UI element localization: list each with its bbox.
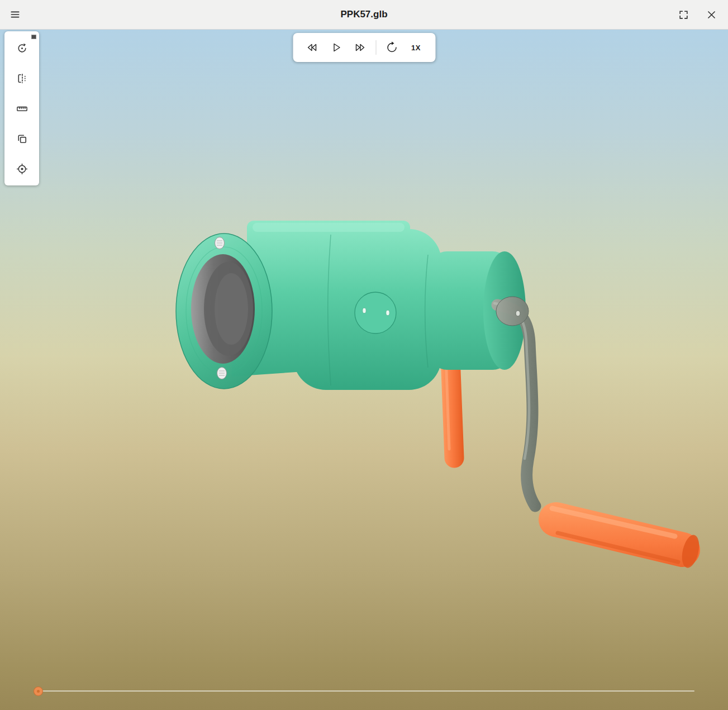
menu-button[interactable]	[5, 4, 25, 25]
flange-bolt-hole	[217, 368, 227, 379]
fullscreen-icon	[678, 9, 689, 20]
3d-model	[176, 221, 702, 569]
close-icon	[706, 9, 717, 20]
layers-tool-button[interactable]	[11, 128, 32, 149]
panel-resize-handle[interactable]	[31, 35, 36, 39]
titlebar: PPK57.glb	[0, 0, 728, 30]
model-body	[230, 221, 526, 390]
orbit-tool-button[interactable]	[11, 37, 32, 59]
fast-forward-icon	[354, 41, 367, 54]
orbit-icon	[16, 42, 28, 55]
playback-speed[interactable]: 1X	[406, 44, 427, 52]
flange-bolt-hole	[215, 237, 225, 249]
target-icon	[16, 163, 28, 175]
rewind-icon	[306, 41, 319, 54]
fast-forward-button[interactable]	[350, 37, 371, 58]
replay-icon	[386, 41, 399, 54]
tool-panel	[4, 31, 39, 185]
fullscreen-button[interactable]	[673, 4, 693, 25]
close-button[interactable]	[701, 4, 721, 25]
mirror-tool-button[interactable]	[11, 68, 32, 89]
playback-bar: 1X	[293, 33, 435, 62]
replay-button[interactable]	[382, 37, 403, 58]
measure-tool-button[interactable]	[11, 98, 32, 119]
play-icon	[330, 41, 343, 54]
layers-icon	[16, 132, 28, 145]
ruler-icon	[16, 102, 28, 115]
section-plane-icon	[16, 72, 28, 85]
model-viewport[interactable]: 1X	[0, 29, 728, 710]
timeline-thumb[interactable]	[34, 687, 43, 696]
rewind-button[interactable]	[302, 37, 323, 58]
hamburger-icon	[9, 9, 21, 20]
window-title: PPK57.glb	[0, 9, 728, 20]
model-grip	[552, 508, 702, 569]
model-bore	[191, 254, 255, 364]
3d-scene	[0, 29, 728, 710]
playback-separator	[376, 40, 377, 55]
model-flange	[176, 234, 272, 389]
focus-tool-button[interactable]	[11, 158, 32, 179]
timeline-track[interactable]	[38, 690, 694, 692]
play-button[interactable]	[326, 37, 347, 58]
animation-timeline[interactable]	[34, 687, 694, 696]
